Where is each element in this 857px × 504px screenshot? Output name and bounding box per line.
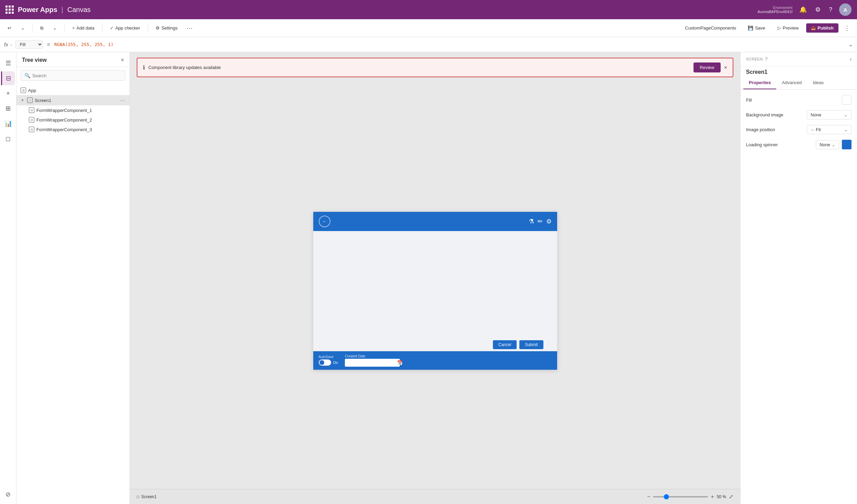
top-bar: Power Apps | Canvas Environment AuroraBA… [0, 0, 857, 19]
zoom-in-button[interactable]: + [711, 494, 714, 500]
formula-bar: fx ⌄ Fill = RGBA(255, 255, 255, 1) ⌄ [0, 37, 857, 52]
fill-property-row: Fill [746, 95, 852, 105]
calendar-icon[interactable]: 📅 [397, 360, 403, 365]
search-input[interactable] [32, 73, 122, 78]
canvas-gear-icon[interactable]: ⚙ [546, 218, 552, 225]
add-icon: + [72, 25, 75, 31]
tab-ideas[interactable]: Ideas [807, 77, 829, 89]
toolbar-right: CustomPageComponents 💾 Save ▷ Preview 📤 … [681, 23, 853, 33]
copy-dropdown-button[interactable]: ⌄ [49, 23, 60, 33]
formula-expand-icon[interactable]: ⌄ [848, 41, 853, 48]
copy-button[interactable]: ⧉ [37, 23, 47, 33]
loading-spinner-dropdown[interactable]: None ⌄ [816, 140, 839, 149]
app-subtitle: Canvas [67, 6, 91, 14]
undo-dropdown-button[interactable]: ⌄ [18, 23, 28, 33]
sidebar-components-icon[interactable]: ◻ [1, 132, 15, 146]
form2-label: FormWrapperComponent_2 [36, 117, 92, 123]
app-icon: ⊟ [21, 88, 26, 93]
save-button[interactable]: 💾 Save [743, 23, 770, 33]
tab-properties[interactable]: Properties [743, 77, 776, 89]
environment-name: AuroraBAPEnv0041f [757, 10, 792, 14]
background-image-dropdown[interactable]: None ⌄ [807, 110, 852, 119]
fill-color-swatch[interactable] [842, 95, 852, 105]
undo-button[interactable]: ↩ [4, 23, 15, 33]
image-position-row: Image position ↔ Fit ⌄ [746, 125, 852, 134]
tree-item-app[interactable]: ⊟ App [16, 85, 129, 95]
autosave-toggle[interactable] [319, 359, 331, 366]
tree-item-screen1[interactable]: ▼ □ Screen1 ⋯ [16, 95, 129, 105]
loading-color-swatch[interactable] [842, 140, 852, 149]
loading-spinner-controls: None ⌄ [816, 140, 852, 149]
toggle-container: On [319, 359, 338, 366]
canvas-filter-icon[interactable]: ⚗ [529, 218, 534, 225]
equals-sign: = [46, 42, 52, 48]
form1-label: FormWrapperComponent_1 [36, 108, 92, 113]
canvas-submit-button[interactable]: Submit [519, 340, 543, 349]
form2-icon: ⊡ [29, 117, 34, 123]
waffle-icon[interactable] [5, 5, 14, 14]
notification-bell-icon[interactable]: 🔔 [798, 4, 808, 15]
fit-icon: ↔ [811, 128, 814, 132]
canvas-back-button[interactable]: ← [319, 216, 330, 227]
toolbar-right-more-button[interactable]: ⋮ [841, 23, 853, 33]
preview-button[interactable]: ▷ Preview [773, 23, 803, 33]
canvas-bottom-bar: AutoSave On Created Date 📅 [313, 351, 557, 370]
preview-icon: ▷ [778, 25, 781, 31]
zoom-out-button[interactable]: − [647, 494, 650, 500]
screen1-more-icon[interactable]: ⋯ [120, 97, 125, 103]
image-position-dropdown[interactable]: ↔ Fit ⌄ [807, 125, 852, 134]
sidebar-menu-icon[interactable]: ☰ [1, 56, 15, 70]
waffle-menu[interactable] [5, 5, 14, 14]
preview-label: Preview [783, 25, 799, 31]
tree-header: Tree view × [16, 52, 129, 67]
sidebar-analytics-icon[interactable]: 📊 [1, 117, 15, 130]
tree-item-form2[interactable]: ⊡ FormWrapperComponent_2 [16, 115, 129, 125]
undo-icon: ↩ [8, 25, 11, 31]
notification-close-button[interactable]: × [724, 65, 727, 71]
panel-expand-icon[interactable]: › [850, 56, 852, 62]
canvas-app-bar: ← ⚗ ✏ ⚙ [313, 212, 557, 231]
loading-spinner-row: Loading spinner None ⌄ [746, 140, 852, 149]
canvas-date-label: Created Date [345, 354, 400, 358]
canvas-area: ℹ Component library updates available Re… [130, 52, 740, 504]
zoom-slider[interactable] [653, 496, 708, 497]
formula-input[interactable]: RGBA(255, 255, 255, 1) [54, 42, 846, 47]
canvas-content-area [313, 231, 557, 351]
canvas-cancel-button[interactable]: Cancel [493, 340, 517, 349]
settings-icon[interactable]: ⚙ [814, 4, 822, 15]
property-dropdown[interactable]: Fill [15, 40, 43, 49]
expand-button[interactable]: ⤢ [729, 493, 733, 500]
toolbar-divider-2 [64, 23, 65, 33]
toolbar-more-button[interactable]: ⋯ [184, 23, 195, 33]
toolbar-divider-3 [102, 23, 102, 33]
canvas-app-icons: ⚗ ✏ ⚙ [529, 218, 552, 225]
tree-item-form1[interactable]: ⊡ FormWrapperComponent_1 [16, 105, 129, 115]
checker-icon: ✓ [110, 25, 114, 31]
publish-button[interactable]: 📤 Publish [806, 23, 838, 33]
background-image-label: Background image [746, 112, 783, 117]
canvas-date-field: Created Date 📅 [345, 354, 400, 367]
canvas-edit-icon[interactable]: ✏ [538, 218, 543, 225]
help-icon[interactable]: ? [827, 5, 834, 15]
tree-close-button[interactable]: × [121, 57, 124, 63]
environment-info: Environment AuroraBAPEnv0041f [757, 6, 792, 14]
canvas-autosave-field: AutoSave On [319, 355, 338, 366]
tab-advanced[interactable]: Advanced [776, 77, 807, 89]
tree-panel: Tree view × 🔍 ⊟ App ▼ □ Screen1 ⋯ ⊡ Form [16, 52, 130, 504]
notification-review-button[interactable]: Review [694, 62, 721, 72]
sidebar-variables-icon[interactable]: ⊘ [1, 488, 15, 501]
screen-help-icon[interactable]: ? [765, 56, 768, 62]
tree-item-form3[interactable]: ⊡ FormWrapperComponent_3 [16, 125, 129, 134]
settings-button[interactable]: ⚙ Settings [152, 23, 181, 33]
avatar[interactable]: A [839, 3, 852, 16]
environment-label: Environment [773, 6, 792, 10]
canvas-date-input[interactable] [348, 360, 395, 365]
right-panel-header: SCREEN ? › [741, 52, 857, 66]
app-checker-button[interactable]: ✓ App checker [106, 23, 144, 33]
sidebar-insert-icon[interactable]: + [1, 87, 15, 100]
screen-badge: SCREEN ? [746, 56, 768, 62]
sidebar-layers-icon[interactable]: ⊟ [1, 71, 15, 85]
main-layout: ☰ ⊟ + ⊞ 📊 ◻ ⊘ Tree view × 🔍 ⊟ App ▼ □ S [0, 52, 857, 504]
add-data-button[interactable]: + Add data [69, 23, 98, 33]
sidebar-data-icon[interactable]: ⊞ [1, 102, 15, 115]
